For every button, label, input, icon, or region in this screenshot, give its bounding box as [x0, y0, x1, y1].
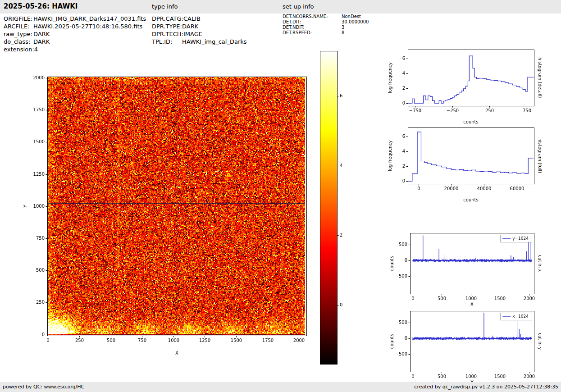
- histogram-full-plot: [385, 121, 556, 206]
- meta-row-extension: extension: 4: [4, 46, 146, 53]
- cut-in-y-plot: [385, 305, 556, 387]
- meta-label: ORIGFILE:: [4, 15, 33, 23]
- meta-label: TPL.ID:: [152, 38, 182, 46]
- meta-value: 4: [34, 46, 38, 53]
- meta-value: NonDest: [342, 14, 361, 19]
- meta-value: HAWKI_IMG_DARK_Darks147_0031.fits: [33, 15, 146, 23]
- footer-bar: powered by QC: www.eso.org/HC created by…: [0, 382, 561, 392]
- colorbar: [318, 49, 354, 369]
- meta-label: extension:: [4, 46, 34, 53]
- meta-label: raw_type:: [4, 30, 33, 38]
- meta-value: 8: [342, 30, 344, 36]
- histogram-detail-plot: [385, 43, 556, 128]
- footer-powered-by: powered by QC: www.eso.org/HC: [3, 384, 84, 390]
- meta-value: DARK: [33, 38, 50, 46]
- type-info-heading: type info: [152, 3, 178, 10]
- file-info-block: ORIGFILE: HAWKI_IMG_DARK_Darks147_0031.f…: [4, 15, 146, 53]
- meta-row-rspeed: DET.RSPEED: 8: [283, 30, 369, 36]
- meta-row-dpr-tech: DPR.TECH: IMAGE: [152, 30, 247, 38]
- meta-row-tpl-id: TPL.ID: HAWKI_img_cal_Darks: [152, 38, 247, 46]
- cut-in-x-plot: [385, 228, 556, 310]
- meta-label: DET.RSPEED:: [283, 30, 342, 36]
- meta-value: 3: [342, 25, 344, 30]
- meta-label: DET.NCORRS.NAME:: [283, 14, 342, 19]
- meta-label: do_class:: [4, 38, 33, 46]
- meta-value: HAWKI_img_cal_Darks: [182, 38, 247, 46]
- meta-label: DET.DIT:: [283, 19, 342, 25]
- meta-value: DARK: [33, 30, 50, 38]
- meta-row-arcfile: ARCFILE: HAWKI.2025-05-27T10:48:16.580.f…: [4, 23, 146, 30]
- type-info-block: DPR.CATG: CALIB DPR.TYPE: DARK DPR.TECH:…: [152, 15, 247, 46]
- meta-row-dit: DET.DIT: 30.0000000: [283, 19, 369, 25]
- dark-frame-image-plot: [18, 63, 315, 366]
- meta-label: DPR.CATG:: [152, 15, 183, 23]
- header-bar: 2025-05-26: HAWKI type info set-up info: [0, 0, 561, 14]
- meta-row-origfile: ORIGFILE: HAWKI_IMG_DARK_Darks147_0031.f…: [4, 15, 146, 23]
- meta-row-do-class: do_class: DARK: [4, 38, 146, 46]
- meta-label: DPR.TECH:: [152, 30, 183, 38]
- setup-info-heading: set-up info: [283, 3, 314, 10]
- meta-label: DPR.TYPE:: [152, 23, 182, 30]
- meta-label: DET.NDIT:: [283, 25, 342, 30]
- meta-row-ncorrs: DET.NCORRS.NAME: NonDest: [283, 14, 369, 19]
- meta-value: 30.0000000: [342, 19, 369, 25]
- meta-row-ndit: DET.NDIT: 3: [283, 25, 369, 30]
- meta-value: HAWKI.2025-05-27T10:48:16.580.fits: [33, 23, 142, 30]
- setup-info-block: DET.NCORRS.NAME: NonDest DET.DIT: 30.000…: [283, 14, 369, 36]
- meta-row-dpr-catg: DPR.CATG: CALIB: [152, 15, 247, 23]
- footer-created-by: created by qc_rawdisp.py v1.2.3 on 2025-…: [414, 384, 558, 390]
- page-title: 2025-05-26: HAWKI: [4, 2, 78, 10]
- meta-row-dpr-type: DPR.TYPE: DARK: [152, 23, 247, 30]
- meta-value: DARK: [182, 23, 198, 30]
- meta-row-raw-type: raw_type: DARK: [4, 30, 146, 38]
- meta-value: CALIB: [183, 15, 201, 23]
- meta-value: IMAGE: [183, 30, 202, 38]
- meta-label: ARCFILE:: [4, 23, 33, 30]
